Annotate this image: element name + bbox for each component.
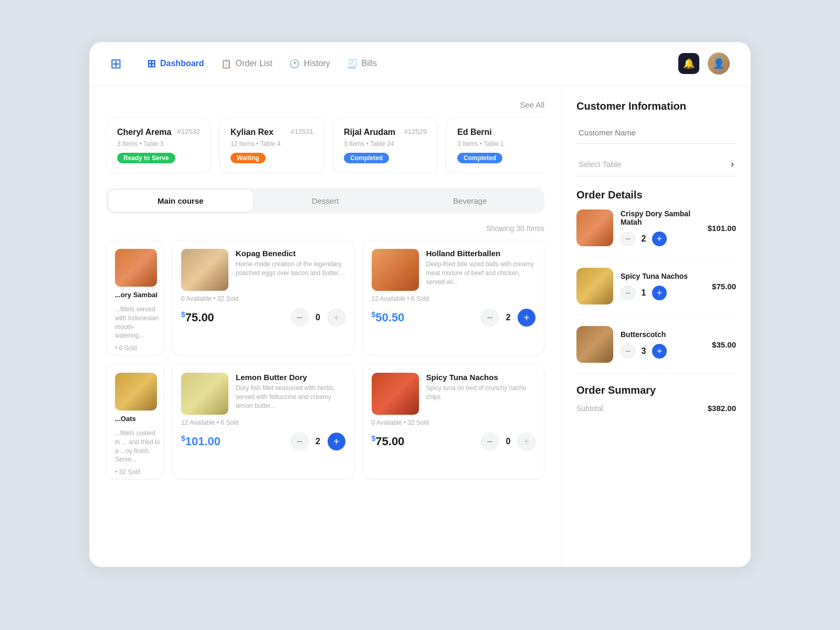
showing-label: Showing 30 Items	[106, 224, 544, 233]
qty-num-3: 0	[504, 437, 512, 446]
bell-icon: 🔔	[683, 58, 695, 69]
see-all-button[interactable]: See All	[520, 100, 544, 109]
order-decrease-2[interactable]: −	[621, 344, 635, 359]
order-qty-0: 2	[639, 234, 648, 244]
menu-grid: Kopag Benedict Home-made creation of the…	[172, 240, 544, 479]
order-item-name-0: Crispy Dory Sambal Matah	[621, 209, 700, 226]
menu-item-3[interactable]: Spicy Tuna Nachos Spicy tuna on bed of c…	[363, 364, 545, 479]
nav-history[interactable]: 🕐 History	[289, 59, 330, 69]
partial-desc-1: ...fillets coated in ... and fried to a …	[115, 429, 161, 464]
qty-decrease-3[interactable]: −	[481, 433, 499, 450]
navbar: ⊞ ⊞ Dashboard 📋 Order List 🕐 History 🧾 B…	[89, 42, 751, 86]
order-card-header-2: Rijal Arudam #12529	[344, 128, 427, 137]
menu-tabs: Main course Dessert Beverage	[106, 188, 544, 214]
menu-footer-3: $75.00 − 0 +	[372, 433, 536, 450]
menu-info-0: Kopag Benedict Home-made creation of the…	[236, 249, 345, 291]
order-card-header-3: Ed Berni	[457, 128, 540, 137]
menu-title-0: Kopag Benedict	[236, 249, 345, 258]
order-increase-2[interactable]: +	[652, 344, 667, 359]
order-item-1: Spicy Tuna Nachos − 1 + $75.00	[576, 268, 736, 316]
tab-beverage[interactable]: Beverage	[397, 190, 542, 212]
bills-icon: 🧾	[347, 59, 358, 69]
tab-dessert[interactable]: Dessert	[253, 190, 398, 212]
qty-decrease-2[interactable]: −	[291, 433, 309, 450]
order-badge-3: Completed	[457, 153, 502, 163]
partial-card-0[interactable]: ...ory Sambal ...fillets served with Ind…	[106, 240, 164, 355]
menu-item-1[interactable]: Holland Bitterballen Deep-fried bite siz…	[363, 240, 545, 355]
partial-stock-1: • 32 Sold	[115, 468, 161, 476]
menu-footer-0: $75.00 − 0 +	[181, 309, 345, 327]
qty-num-1: 2	[504, 313, 512, 322]
partial-card-1[interactable]: ...Oats ...fillets coated in ... and fri…	[106, 364, 164, 479]
nav-order-list[interactable]: 📋 Order List	[221, 59, 272, 69]
order-item-controls-2: − 3 +	[621, 344, 705, 359]
menu-card-top-1: Holland Bitterballen Deep-fried bite siz…	[372, 249, 536, 291]
order-meta-3: 3 Items • Table 1	[457, 140, 540, 148]
menu-img-0	[181, 249, 228, 291]
order-meta-1: 12 Items • Table 4	[230, 140, 313, 148]
menu-stock-2: 12 Available • 6 Sold	[181, 419, 345, 426]
qty-num-0: 0	[314, 313, 322, 322]
menu-stock-1: 12 Available • 6 Sold	[372, 295, 536, 302]
tab-main-course[interactable]: Main course	[108, 190, 253, 212]
order-meta-0: 3 Items • Table 3	[117, 140, 200, 148]
order-item-controls-0: − 2 +	[621, 232, 700, 246]
order-badge-1: Waiting	[230, 153, 266, 163]
order-item-name-2: Butterscotch	[621, 330, 705, 339]
qty-controls-2: − 2 +	[291, 433, 345, 450]
order-item-info-0: Crispy Dory Sambal Matah − 2 +	[621, 209, 700, 246]
subtotal-label: Subtotal	[576, 404, 603, 413]
select-table-dropdown[interactable]: Select Table ›	[576, 152, 736, 176]
menu-price-3: $75.00	[372, 434, 405, 448]
order-decrease-0[interactable]: −	[621, 232, 635, 246]
order-qty-2: 3	[639, 346, 648, 356]
menu-desc-3: Spicy tuna on bed of crunchy nacho chips	[426, 384, 536, 402]
order-id-2: #12529	[404, 128, 427, 135]
order-item-img-1	[576, 268, 613, 304]
partial-stock-0: • 6 Sold	[115, 344, 161, 352]
summary-subtotal-row: Subtotal $382.00	[576, 404, 736, 413]
qty-controls-3: − 0 +	[481, 433, 536, 450]
customer-name-input[interactable]	[576, 122, 736, 144]
order-item-price-2: $35.00	[712, 340, 736, 349]
menu-item-2[interactable]: Lemon Butter Dory Dory fish fillet seaso…	[172, 364, 354, 479]
order-name-3: Ed Berni	[457, 128, 492, 137]
order-item-info-2: Butterscotch − 3 +	[621, 330, 705, 359]
order-increase-1[interactable]: +	[652, 286, 667, 300]
partial-menu-column: ...ory Sambal ...fillets served with Ind…	[106, 240, 164, 479]
order-card-2[interactable]: Rijal Arudam #12529 3 Items • Table 24 C…	[333, 118, 438, 173]
order-decrease-1[interactable]: −	[621, 286, 635, 300]
order-item-name-1: Spicy Tuna Nachos	[621, 272, 705, 280]
qty-decrease-1[interactable]: −	[481, 309, 499, 327]
qty-num-2: 2	[314, 437, 322, 446]
order-increase-0[interactable]: +	[652, 232, 667, 246]
qty-increase-0[interactable]: +	[328, 309, 345, 327]
order-name-0: Cheryl Arema	[117, 128, 171, 137]
logo-icon: ⊞	[110, 56, 122, 72]
qty-increase-1[interactable]: +	[518, 309, 536, 327]
order-card-0[interactable]: Cheryl Arema #12532 3 Items • Table 3 Re…	[106, 118, 211, 173]
nav-dashboard[interactable]: ⊞ Dashboard	[147, 57, 204, 70]
order-cards-row: Cheryl Arema #12532 3 Items • Table 3 Re…	[106, 118, 544, 173]
order-card-3[interactable]: Ed Berni 3 Items • Table 1 Completed	[446, 118, 544, 173]
nav-bills[interactable]: 🧾 Bills	[347, 59, 377, 69]
menu-desc-1: Deep-fried bite sized balls with creamy …	[426, 260, 536, 286]
order-list-icon: 📋	[221, 59, 232, 69]
menu-section: ...ory Sambal ...fillets served with Ind…	[106, 240, 544, 479]
order-name-1: Kylian Rex	[230, 128, 274, 137]
main-content: See All Cheryl Arema #12532 3 Items • Ta…	[89, 86, 751, 567]
order-name-2: Rijal Arudam	[344, 128, 395, 137]
qty-increase-3[interactable]: +	[518, 433, 536, 450]
menu-card-top-2: Lemon Butter Dory Dory fish fillet seaso…	[181, 373, 345, 415]
customer-info-title: Customer Information	[576, 100, 736, 112]
qty-decrease-0[interactable]: −	[291, 309, 309, 327]
menu-info-1: Holland Bitterballen Deep-fried bite siz…	[426, 249, 536, 291]
notification-button[interactable]: 🔔	[678, 53, 699, 74]
menu-price-2: $101.00	[181, 434, 220, 448]
order-card-1[interactable]: Kylian Rex #12531 12 Items • Table 4 Wai…	[219, 118, 324, 173]
qty-increase-2[interactable]: +	[328, 433, 345, 450]
order-item-controls-1: − 1 +	[621, 286, 705, 300]
order-badge-0: Ready to Serve	[117, 153, 175, 163]
avatar[interactable]: 👤	[708, 52, 730, 75]
menu-item-0[interactable]: Kopag Benedict Home-made creation of the…	[172, 240, 354, 355]
